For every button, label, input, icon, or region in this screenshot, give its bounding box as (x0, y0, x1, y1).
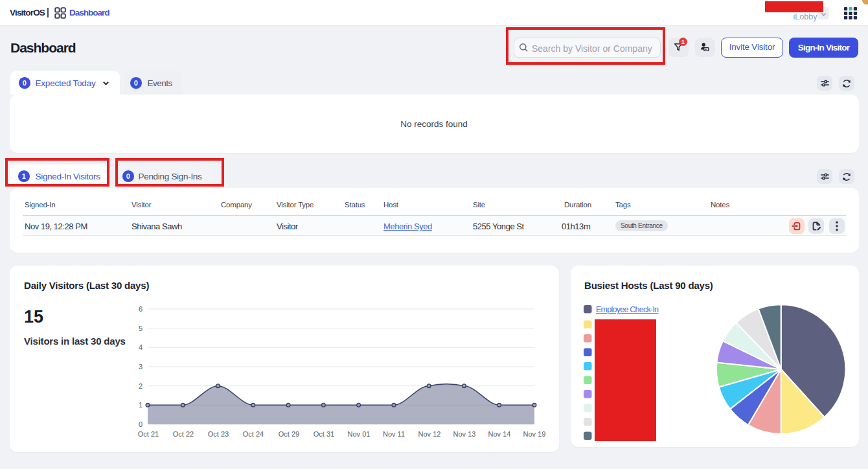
svg-text:Employee Check-In: Employee Check-In (596, 305, 659, 314)
